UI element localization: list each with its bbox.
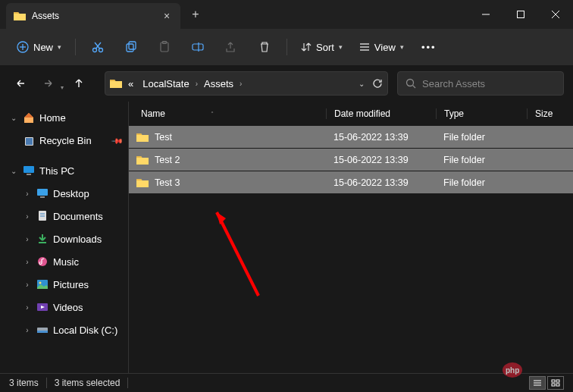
- chevron-right-icon[interactable]: ›: [23, 258, 32, 266]
- forward-button[interactable]: [36, 71, 61, 96]
- sidebar-item-documents[interactable]: › Documents: [0, 205, 128, 227]
- details-view-icon: [533, 379, 542, 387]
- chevron-right-icon[interactable]: ›: [23, 326, 32, 334]
- crumb-localstate[interactable]: LocalState: [139, 77, 192, 91]
- cut-button[interactable]: [83, 35, 112, 59]
- documents-icon: [36, 210, 49, 222]
- svg-rect-15: [193, 44, 203, 50]
- chevron-right-icon[interactable]: ›: [23, 281, 32, 289]
- svg-rect-25: [27, 174, 31, 175]
- delete-button[interactable]: [250, 35, 279, 59]
- sidebar-item-videos[interactable]: › Videos: [0, 296, 128, 318]
- share-icon: [225, 41, 237, 53]
- sidebar-label: Documents: [53, 211, 103, 222]
- drive-icon: [36, 324, 49, 336]
- svg-rect-43: [552, 384, 555, 386]
- sort-icon: [301, 42, 312, 52]
- folder-icon: [110, 78, 122, 89]
- sidebar-item-localdisk[interactable]: › Local Disk (C:): [0, 318, 128, 341]
- paste-button[interactable]: [150, 35, 179, 59]
- paste-icon: [158, 41, 171, 53]
- maximize-button[interactable]: [503, 0, 538, 29]
- file-name: Test 3: [155, 177, 180, 188]
- svg-rect-11: [127, 44, 133, 52]
- chevron-right-icon[interactable]: ›: [23, 235, 32, 243]
- column-name[interactable]: Name˄: [129, 108, 326, 119]
- divider: [46, 378, 47, 388]
- titlebar: Assets × +: [0, 0, 573, 29]
- crumb-ellipsis[interactable]: «: [125, 77, 136, 91]
- toolbar: New ▾ Sort ▾ View ▾ •••: [0, 29, 573, 65]
- chevron-right-icon[interactable]: ›: [23, 303, 32, 312]
- back-button[interactable]: [9, 71, 33, 96]
- cut-icon: [92, 41, 104, 53]
- refresh-icon[interactable]: [372, 78, 383, 89]
- trash-icon: [258, 41, 271, 53]
- chevron-right-icon: ›: [240, 80, 242, 88]
- file-type: File folder: [436, 155, 527, 165]
- svg-rect-1: [518, 11, 524, 18]
- minimize-button[interactable]: [468, 0, 503, 29]
- chevron-right-icon[interactable]: ›: [23, 212, 32, 221]
- tab-assets[interactable]: Assets ×: [6, 3, 180, 29]
- svg-rect-26: [37, 189, 48, 196]
- folder-icon: [136, 177, 149, 188]
- column-date[interactable]: Date modified: [326, 108, 436, 119]
- table-row[interactable]: Test 15-06-2022 13:39 File folder: [129, 126, 573, 149]
- rename-button[interactable]: [183, 35, 212, 59]
- new-button[interactable]: New ▾: [11, 35, 67, 59]
- svg-point-8: [99, 49, 103, 52]
- tab-title: Assets: [32, 11, 155, 21]
- statusbar: 3 items 3 items selected: [0, 373, 573, 392]
- view-button[interactable]: View ▾: [353, 35, 410, 59]
- more-button[interactable]: •••: [415, 35, 443, 59]
- sidebar-item-recycle[interactable]: Recycle Bin 📌: [0, 129, 128, 152]
- sidebar-item-music[interactable]: › Music: [0, 250, 128, 273]
- chevron-down-icon[interactable]: ⌄: [359, 80, 365, 88]
- sidebar-label: Pictures: [53, 279, 89, 290]
- sidebar-item-thispc[interactable]: ⌄ This PC: [0, 159, 128, 182]
- svg-point-32: [38, 257, 47, 266]
- column-headers: Name˄ Date modified Type Size: [129, 102, 573, 126]
- column-size[interactable]: Size: [527, 108, 573, 119]
- crumb-assets[interactable]: Assets: [201, 77, 236, 91]
- svg-rect-37: [37, 331, 48, 333]
- share-button[interactable]: [217, 35, 246, 59]
- ellipsis-icon: •••: [421, 42, 437, 53]
- sidebar-item-desktop[interactable]: › Desktop: [0, 182, 128, 205]
- svg-rect-42: [556, 380, 559, 382]
- close-button[interactable]: [538, 0, 573, 29]
- sidebar-item-home[interactable]: ⌄ Home: [0, 106, 128, 129]
- status-selected: 3 items selected: [55, 378, 121, 388]
- new-tab-button[interactable]: +: [183, 2, 208, 27]
- search-input[interactable]: Search Assets: [397, 71, 564, 96]
- sort-label: Sort: [316, 42, 334, 53]
- sort-button[interactable]: Sort ▾: [295, 35, 349, 59]
- table-row[interactable]: Test 2 15-06-2022 13:39 File folder: [129, 149, 573, 171]
- chevron-down-icon[interactable]: ⌄: [9, 114, 18, 122]
- close-icon[interactable]: ×: [161, 10, 173, 22]
- column-type[interactable]: Type: [436, 108, 527, 119]
- sidebar-label: Local Disk (C:): [53, 325, 117, 336]
- svg-rect-44: [556, 384, 559, 386]
- sidebar-label: Desktop: [53, 188, 89, 199]
- chevron-right-icon[interactable]: ›: [23, 190, 32, 198]
- up-button[interactable]: [67, 71, 91, 96]
- address-bar[interactable]: « LocalState › Assets › ⌄: [105, 71, 388, 96]
- arrow-right-icon: [42, 77, 55, 89]
- sidebar-item-downloads[interactable]: › Downloads: [0, 227, 128, 250]
- svg-rect-27: [40, 196, 45, 198]
- sidebar-label: Home: [39, 112, 66, 124]
- plus-circle-icon: [17, 41, 29, 53]
- chevron-down-icon[interactable]: ⌄: [9, 167, 18, 175]
- pc-icon: [23, 165, 35, 177]
- arrow-up-icon: [73, 77, 85, 89]
- sidebar-item-pictures[interactable]: › Pictures: [0, 273, 128, 296]
- table-row[interactable]: Test 3 15-06-2022 13:39 File folder: [129, 171, 573, 194]
- chevron-down-icon[interactable]: ▾: [61, 84, 64, 91]
- new-label: New: [33, 42, 53, 53]
- copy-button[interactable]: [117, 35, 146, 59]
- search-icon: [405, 78, 416, 89]
- svg-rect-12: [129, 42, 136, 49]
- divider: [286, 39, 287, 55]
